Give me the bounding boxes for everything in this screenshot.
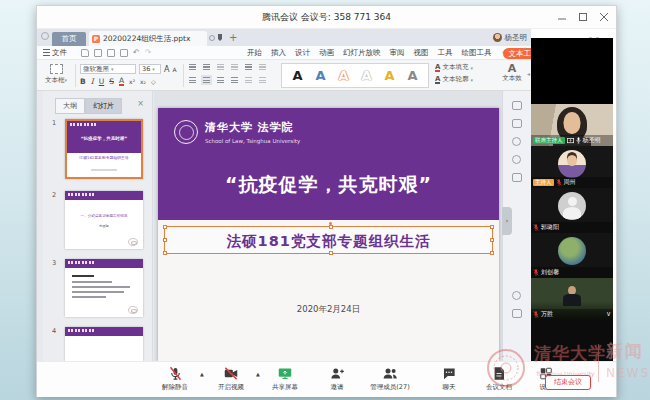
resize-handle[interactable] — [163, 238, 167, 242]
preview-icon[interactable] — [120, 49, 128, 57]
columns-icon[interactable] — [259, 77, 266, 83]
print-icon[interactable] — [107, 49, 115, 57]
open-icon[interactable] — [81, 49, 89, 57]
participant-tile-camera-off[interactable] — [531, 38, 613, 104]
media-icon[interactable] — [512, 309, 522, 318]
justify-icon[interactable] — [231, 77, 238, 83]
animation-pane-icon[interactable] — [512, 155, 521, 164]
resize-handle[interactable] — [490, 251, 494, 255]
font-size-select[interactable]: 36 ▾ — [139, 64, 161, 74]
tab-document[interactable]: P 20200224组织生活.pptx — [89, 31, 207, 46]
participant-tile[interactable]: 联席主持人 杨圣明 — [531, 104, 613, 146]
collapse-ribbon-icon[interactable]: ˆ — [523, 48, 527, 57]
mic-options-caret[interactable]: ▲ — [200, 371, 204, 377]
wordart-style-3[interactable]: A — [338, 69, 348, 82]
manage-members-button[interactable]: 管理成员(27) — [364, 366, 416, 392]
tab-slides-view[interactable]: 幻灯片 — [85, 98, 122, 114]
tab-start[interactable]: 开始 — [247, 48, 262, 59]
textbox-tool[interactable]: 文本框▾ — [42, 63, 70, 85]
align-right-icon[interactable] — [217, 77, 224, 83]
undo-icon[interactable]: ↶ — [133, 49, 140, 57]
selected-textbox[interactable]: 法硕181党支部专题组织生活 — [164, 226, 493, 254]
resize-handle[interactable] — [163, 251, 167, 255]
distribute-icon[interactable] — [245, 77, 252, 83]
font-name-select[interactable]: 微软雅黑 ▾ — [80, 64, 136, 74]
bullet-list-icon[interactable] — [189, 64, 196, 70]
close-button[interactable] — [594, 6, 614, 28]
redo-icon[interactable]: ↷ — [145, 49, 152, 57]
resize-handle[interactable] — [329, 225, 333, 229]
tab-design[interactable]: 设计 — [295, 48, 310, 59]
underline-button[interactable]: U — [99, 77, 105, 86]
clear-format-button[interactable]: ◇ — [151, 78, 156, 85]
collapse-list-icon[interactable]: ∨ — [606, 311, 611, 318]
text-fill-button[interactable]: A 文本填充 ▾ — [435, 63, 473, 72]
participant-tile[interactable]: 主持人 周州 — [531, 146, 613, 188]
wordart-style-2[interactable]: A — [315, 69, 325, 82]
wordart-style-6[interactable]: A — [407, 69, 417, 82]
participant-tile[interactable]: 郭璐阳 — [531, 188, 613, 233]
transition-icon[interactable] — [512, 173, 522, 182]
new-tab-button[interactable]: + — [229, 31, 237, 45]
wordart-style-5[interactable]: A — [384, 69, 394, 82]
resize-handle[interactable] — [490, 225, 494, 229]
tab-review[interactable]: 审阅 — [390, 48, 405, 59]
line-spacing-icon[interactable] — [245, 64, 252, 70]
save-icon[interactable] — [94, 49, 102, 57]
tab-view[interactable]: 视图 — [414, 48, 429, 59]
align-center-icon[interactable] — [203, 77, 210, 83]
slide-thumbnail-2[interactable]: 一、介绍党支部学期工作情况 杨圣明 — [65, 191, 143, 249]
chat-button[interactable]: 聊天 — [423, 366, 475, 392]
toolbar-scroll-arrow[interactable]: ◂ — [527, 70, 530, 77]
superscript-button[interactable]: x² — [129, 78, 135, 85]
slide-thumbnail-1[interactable]: “抗疫促学，共克时艰” 法硕181党支部专题组织生活 — [65, 119, 143, 179]
subscript-button[interactable]: x₂ — [140, 78, 146, 85]
more-icon[interactable]: ⋮ — [510, 48, 518, 57]
tab-slideshow[interactable]: 幻灯片放映 — [343, 48, 381, 59]
tab-home[interactable]: 首页 — [52, 32, 86, 46]
font-color-button[interactable]: A — [119, 77, 124, 86]
number-list-icon[interactable] — [203, 64, 210, 70]
tab-tools[interactable]: 工具 — [438, 48, 453, 59]
resize-handle[interactable] — [163, 225, 167, 229]
decrease-indent-icon[interactable] — [217, 64, 224, 70]
text-outline-button[interactable]: A 文本轮廓 ▾ — [435, 75, 473, 84]
end-meeting-button[interactable]: 结束会议 — [545, 375, 591, 390]
account-chip[interactable]: 杨圣明 — [493, 32, 528, 43]
invite-button[interactable]: 邀请 — [311, 366, 363, 392]
meeting-docs-button[interactable]: 会议文档 — [473, 366, 525, 392]
wps-global-icon[interactable] — [41, 32, 49, 40]
wordart-style-1[interactable]: A — [292, 69, 302, 82]
panel-close-icon[interactable]: × — [137, 99, 144, 108]
text-direction-icon[interactable] — [259, 64, 266, 70]
wordart-style-4[interactable]: A — [361, 69, 371, 82]
resize-handle[interactable] — [490, 238, 494, 242]
italic-button[interactable]: I — [91, 77, 94, 86]
slide-thumbnail-4[interactable] — [65, 327, 143, 361]
bold-button[interactable]: B — [80, 77, 86, 86]
tab-insert[interactable]: 插入 — [271, 48, 286, 59]
grow-font-button[interactable]: A — [164, 65, 169, 74]
maximize-button[interactable] — [573, 6, 593, 28]
resize-handle[interactable] — [329, 251, 333, 255]
start-video-button[interactable]: 开启视频 — [205, 366, 257, 392]
align-left-icon[interactable] — [189, 77, 196, 83]
share-screen-button[interactable]: 共享屏幕 — [259, 366, 311, 392]
minimize-button[interactable] — [552, 6, 572, 28]
strikethrough-button[interactable]: S — [109, 77, 114, 86]
participant-tile[interactable]: 万胜 ∨ — [531, 278, 613, 320]
text-effect-button[interactable]: A 文本效 — [499, 63, 525, 83]
layout-icon[interactable] — [512, 119, 522, 128]
new-slide-icon[interactable] — [512, 101, 522, 110]
unmute-button[interactable]: 解除静音 — [149, 366, 201, 392]
tab-drawing-tools[interactable]: 绘图工具 — [462, 48, 492, 59]
history-icon[interactable] — [512, 291, 521, 300]
participant-tile[interactable]: 刘创馨 — [531, 233, 613, 278]
fill-color-icon[interactable] — [512, 137, 521, 146]
tab-outline-view[interactable]: 大纲 — [55, 98, 85, 114]
increase-indent-icon[interactable] — [231, 64, 238, 70]
slide-thumbnail-3[interactable] — [65, 259, 143, 317]
shrink-font-button[interactable]: A — [172, 66, 176, 73]
rail-collapse-handle[interactable]: › — [502, 207, 512, 235]
share-icon[interactable]: ‹ — [502, 48, 505, 57]
